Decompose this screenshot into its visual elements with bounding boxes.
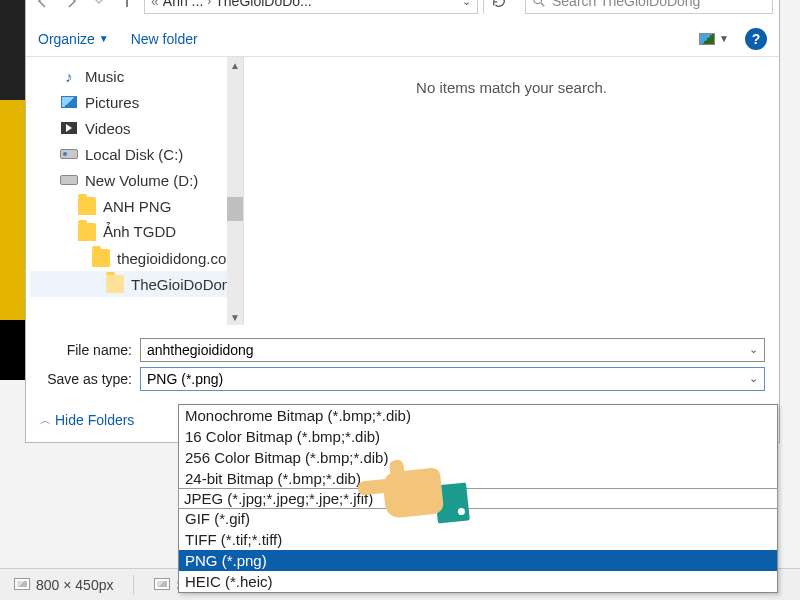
dropdown-item[interactable]: HEIC (*.heic) bbox=[179, 571, 777, 592]
organize-button[interactable]: Organize ▼ bbox=[38, 31, 109, 47]
save-fields: File name: anhthegioididong ⌄ Save as ty… bbox=[26, 325, 779, 400]
dropdown-item[interactable]: GIF (*.gif) bbox=[179, 508, 777, 529]
folder-icon bbox=[78, 197, 96, 215]
tree-item-new-volume-d[interactable]: New Volume (D:) bbox=[30, 167, 243, 193]
drive-icon bbox=[60, 145, 78, 163]
tree-item-pictures[interactable]: Pictures bbox=[30, 89, 243, 115]
address-bar[interactable]: « Anh ... › TheGioiDoDo... ⌄ bbox=[144, 0, 478, 14]
breadcrumb-seg[interactable]: TheGioiDoDo... bbox=[215, 0, 311, 9]
tree-item-anh-png[interactable]: ANH PNG bbox=[30, 193, 243, 219]
dropdown-item[interactable]: 16 Color Bitmap (*.bmp;*.dib) bbox=[179, 426, 777, 447]
tree-item-videos[interactable]: Videos bbox=[30, 115, 243, 141]
disk-icon bbox=[154, 578, 170, 590]
file-type-dropdown[interactable]: Monochrome Bitmap (*.bmp;*.dib) 16 Color… bbox=[178, 404, 778, 593]
drive-icon bbox=[60, 171, 78, 189]
breadcrumb-seg[interactable]: Anh ... bbox=[163, 0, 203, 9]
background-strip bbox=[0, 0, 28, 380]
dropdown-item[interactable]: 256 Color Bitmap (*.bmp;*.dib) bbox=[179, 447, 777, 468]
dropdown-item[interactable]: TIFF (*.tif;*.tiff) bbox=[179, 529, 777, 550]
help-icon[interactable]: ? bbox=[745, 28, 767, 50]
dropdown-item[interactable]: 24-bit Bitmap (*.bmp;*.dib) bbox=[179, 468, 777, 489]
folder-open-icon bbox=[106, 275, 124, 293]
save-dialog: « Anh ... › TheGioiDoDo... ⌄ Search TheG… bbox=[25, 0, 780, 443]
empty-message: No items match your search. bbox=[416, 79, 607, 96]
refresh-icon[interactable] bbox=[483, 0, 513, 14]
scroll-down-icon[interactable]: ▼ bbox=[227, 309, 243, 325]
chevron-down-icon[interactable]: ⌄ bbox=[749, 372, 758, 385]
tree-item-local-disk-c[interactable]: Local Disk (C:) bbox=[30, 141, 243, 167]
image-icon bbox=[14, 578, 30, 590]
tree-item-anh-tgdd[interactable]: Ảnh TGDD bbox=[30, 219, 243, 245]
search-placeholder: Search TheGioiDoDong bbox=[552, 0, 700, 9]
chevron-down-icon: ▼ bbox=[99, 33, 109, 44]
sidebar-scrollbar[interactable] bbox=[227, 57, 243, 325]
nav-back-icon[interactable] bbox=[32, 0, 54, 12]
scroll-up-icon[interactable]: ▲ bbox=[227, 57, 243, 73]
dropdown-item-jpeg[interactable]: JPEG (*.jpg;*.jpeg;*.jpe;*.jfif) bbox=[178, 488, 778, 509]
search-input[interactable]: Search TheGioiDoDong bbox=[525, 0, 773, 14]
search-icon bbox=[532, 0, 546, 8]
dialog-body: ♪ Music Pictures Videos Local Disk (C:) bbox=[26, 57, 779, 325]
svg-line-1 bbox=[541, 3, 545, 7]
folder-tree[interactable]: ♪ Music Pictures Videos Local Disk (C:) bbox=[26, 57, 244, 325]
new-folder-button[interactable]: New folder bbox=[131, 31, 198, 47]
pictures-icon bbox=[60, 93, 78, 111]
chevron-up-icon: ︿ bbox=[40, 413, 51, 428]
status-dimensions: 800 × 450px bbox=[14, 577, 113, 593]
tree-item-thegioididong[interactable]: thegioididong.co bbox=[30, 245, 243, 271]
toolbar: Organize ▼ New folder ▼ ? bbox=[26, 21, 779, 57]
nav-up-icon[interactable] bbox=[116, 0, 138, 12]
view-mode-button[interactable]: ▼ bbox=[699, 33, 729, 45]
chevron-down-icon[interactable]: ⌄ bbox=[462, 0, 471, 8]
folder-icon bbox=[78, 223, 96, 241]
videos-icon bbox=[60, 119, 78, 137]
dropdown-item[interactable]: Monochrome Bitmap (*.bmp;*.dib) bbox=[179, 405, 777, 426]
dropdown-item-png[interactable]: PNG (*.png) bbox=[179, 550, 777, 571]
scroll-thumb[interactable] bbox=[227, 197, 243, 221]
file-name-label: File name: bbox=[40, 342, 140, 358]
chevron-right-icon: › bbox=[207, 0, 211, 8]
file-list: No items match your search. bbox=[244, 57, 779, 325]
view-swatch-icon bbox=[699, 33, 715, 45]
chevron-down-icon: ▼ bbox=[719, 33, 729, 44]
tree-item-thegioidodong[interactable]: TheGioiDoDong bbox=[30, 271, 243, 297]
hide-folders-button[interactable]: ︿ Hide Folders bbox=[40, 412, 134, 428]
file-name-input[interactable]: anhthegioididong ⌄ bbox=[140, 338, 765, 362]
save-as-type-select[interactable]: PNG (*.png) ⌄ bbox=[140, 367, 765, 391]
nav-forward-icon bbox=[60, 0, 82, 12]
tree-item-music[interactable]: ♪ Music bbox=[30, 63, 243, 89]
save-as-type-label: Save as type: bbox=[40, 371, 140, 387]
divider bbox=[133, 575, 134, 595]
folder-icon bbox=[92, 249, 110, 267]
nav-recent-icon[interactable] bbox=[88, 0, 110, 12]
address-bar-row: « Anh ... › TheGioiDoDo... ⌄ Search TheG… bbox=[26, 0, 779, 21]
music-icon: ♪ bbox=[60, 67, 78, 85]
chevron-down-icon[interactable]: ⌄ bbox=[749, 343, 758, 356]
